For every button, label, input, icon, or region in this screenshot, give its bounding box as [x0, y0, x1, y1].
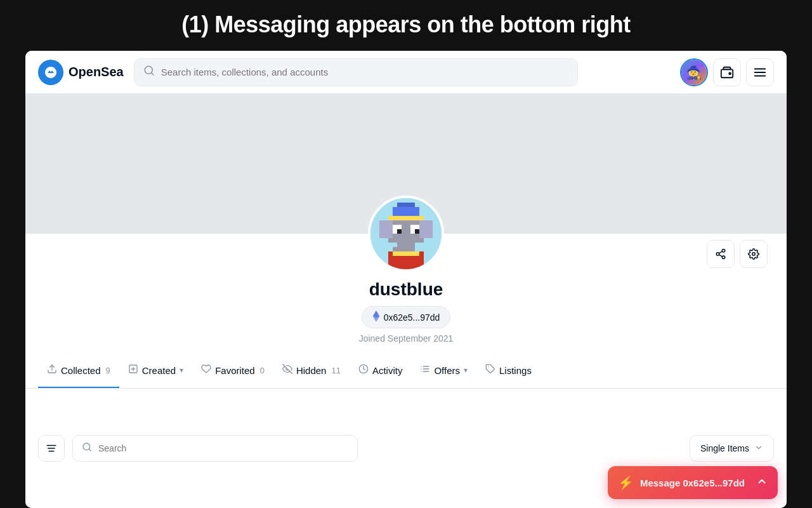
- toast-collapse-icon[interactable]: [756, 476, 768, 490]
- listings-icon: [485, 364, 495, 377]
- messaging-toast[interactable]: ⚡ Message 0x62e5...97dd: [608, 466, 778, 499]
- offers-icon: [420, 364, 430, 377]
- navbar: OpenSea 🧙: [25, 51, 787, 94]
- favorited-icon: [201, 364, 211, 377]
- filter-button[interactable]: [38, 435, 65, 462]
- tab-hidden-label: Hidden: [296, 365, 327, 376]
- browser-window: OpenSea 🧙: [25, 51, 787, 508]
- settings-button[interactable]: [740, 240, 768, 268]
- tab-listings[interactable]: Listings: [476, 354, 540, 388]
- opensea-logo-icon: [38, 60, 63, 85]
- search-icon: [143, 65, 155, 79]
- tab-activity-label: Activity: [372, 365, 403, 376]
- tab-collected-count: 9: [106, 366, 110, 375]
- wallet-badge[interactable]: 0x62e5...97dd: [362, 306, 451, 328]
- tab-listings-label: Listings: [499, 365, 532, 376]
- svg-rect-20: [393, 251, 419, 256]
- menu-icon-button[interactable]: [746, 58, 774, 86]
- joined-date: Joined September 2021: [359, 333, 454, 344]
- tab-collected[interactable]: Collected 9: [38, 354, 119, 388]
- profile-avatar-wrapper: [368, 196, 444, 272]
- wallet-icon-button[interactable]: [713, 58, 741, 86]
- tab-created-label: Created: [142, 365, 176, 376]
- profile-content: dustblue 0x62e5...97dd Joined September …: [25, 234, 787, 354]
- svg-rect-12: [419, 220, 433, 238]
- tab-offers[interactable]: Offers ▾: [411, 354, 476, 388]
- offers-chevron: ▾: [464, 366, 468, 375]
- profile-avatar: [368, 196, 444, 272]
- user-avatar-button[interactable]: 🧙: [680, 58, 708, 86]
- sort-dropdown[interactable]: Single Items: [690, 435, 774, 462]
- svg-rect-15: [397, 229, 402, 234]
- search-input[interactable]: [161, 67, 568, 77]
- sort-dropdown-chevron: [754, 443, 763, 454]
- tab-activity[interactable]: Activity: [350, 354, 412, 388]
- nav-right: 🧙: [680, 58, 774, 86]
- items-search-input[interactable]: [98, 443, 348, 453]
- wallet-address: 0x62e5...97dd: [384, 312, 440, 323]
- toast-message-text: Message 0x62e5...97dd: [640, 478, 745, 488]
- tab-favorited[interactable]: Favorited 0: [192, 354, 273, 388]
- svg-rect-7: [397, 203, 415, 207]
- tab-created[interactable]: Created ▾: [119, 354, 192, 388]
- tab-favorited-count: 0: [260, 366, 265, 375]
- items-search-icon: [82, 442, 92, 455]
- toast-lightning-icon: ⚡: [618, 475, 634, 490]
- avatar-image: 🧙: [681, 60, 707, 85]
- logo[interactable]: OpenSea: [38, 60, 124, 85]
- top-banner: (1) Messaging appears on the bottom righ…: [0, 0, 812, 51]
- tab-favorited-label: Favorited: [215, 365, 255, 376]
- search-bar[interactable]: [134, 58, 578, 86]
- hidden-icon: [282, 364, 292, 377]
- tab-collected-label: Collected: [61, 365, 101, 376]
- items-search-bar[interactable]: [72, 435, 358, 462]
- tab-offers-label: Offers: [434, 365, 460, 376]
- tab-hidden-count: 11: [331, 366, 340, 375]
- svg-rect-11: [379, 220, 393, 238]
- logo-text: OpenSea: [69, 65, 124, 79]
- tab-hidden[interactable]: Hidden 11: [273, 354, 350, 388]
- profile-username: dustblue: [369, 279, 443, 300]
- tabs-bar: Collected 9 Created ▾: [25, 354, 787, 389]
- collected-icon: [47, 364, 57, 377]
- created-chevron: ▾: [180, 366, 183, 375]
- svg-point-24: [752, 253, 756, 256]
- profile-actions: [707, 240, 768, 268]
- created-icon: [128, 364, 138, 377]
- activity-icon: [358, 364, 369, 377]
- share-button[interactable]: [707, 240, 735, 268]
- svg-rect-16: [415, 229, 419, 234]
- banner-title: (1) Messaging appears on the bottom righ…: [181, 11, 631, 37]
- svg-point-2: [729, 72, 731, 74]
- svg-rect-9: [388, 216, 424, 220]
- sort-dropdown-label: Single Items: [700, 443, 749, 453]
- eth-icon: [372, 311, 380, 324]
